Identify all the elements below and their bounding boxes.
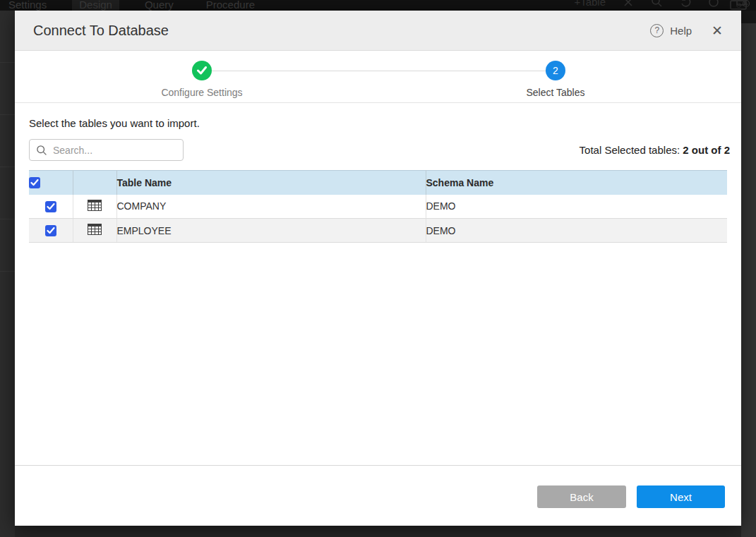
background-bottom-strip	[15, 526, 741, 537]
table-row[interactable]: COMPANY DEMO	[29, 195, 727, 219]
step-configure-settings-label: Configure Settings	[131, 87, 272, 98]
search-input-wrap	[29, 139, 184, 161]
next-button[interactable]: Next	[637, 485, 725, 508]
background-sidebar	[0, 11, 15, 537]
stepper: Configure Settings 2 Select Tables	[15, 51, 741, 103]
header-icon-cell	[73, 171, 116, 195]
screenshot-icon[interactable]	[730, 0, 747, 10]
row-icon-cell	[73, 219, 116, 243]
search-input[interactable]	[53, 145, 176, 156]
row-icon-cell	[73, 195, 116, 219]
connect-database-modal: Connect To Database ? Help ✕ Configure S…	[15, 11, 741, 526]
table-grid-icon	[88, 200, 102, 213]
background-toolbar-actions: +Table	[574, 0, 756, 8]
row-checkbox-cell	[29, 195, 73, 219]
close-icon[interactable]: ✕	[712, 24, 723, 37]
modal-footer: Back Next	[15, 465, 741, 526]
row-checkbox[interactable]	[45, 225, 56, 236]
help-label: Help	[670, 25, 692, 37]
tab-query[interactable]: Query	[138, 0, 181, 11]
header-schema-name: Schema Name	[426, 171, 727, 195]
table-name-cell: COMPANY	[116, 195, 426, 219]
header-table-name: Table Name	[116, 171, 426, 195]
modal-title: Connect To Database	[33, 23, 169, 39]
select-all-checkbox[interactable]	[29, 177, 40, 188]
tab-design[interactable]: Design	[72, 0, 119, 11]
selection-summary: Total Selected tables: 2 out of 2	[580, 139, 730, 161]
step-number-badge: 2	[546, 61, 565, 80]
back-button[interactable]: Back	[537, 485, 626, 508]
background-tabs: Settings Design Query Procedure	[0, 0, 262, 11]
modal-header: Connect To Database ? Help ✕	[15, 11, 741, 51]
selection-summary-prefix: Total Selected tables:	[580, 144, 680, 156]
tab-settings[interactable]: Settings	[1, 0, 54, 11]
help-question-icon: ?	[650, 24, 664, 37]
header-checkbox-cell	[29, 171, 73, 195]
schema-name-cell: DEMO	[426, 219, 727, 243]
search-icon[interactable]	[651, 0, 663, 8]
table-header-row: Table Name Schema Name	[29, 171, 727, 195]
table-grid-icon	[88, 224, 102, 237]
selection-summary-value: 2 out of 2	[683, 144, 730, 156]
step-complete-check-icon	[192, 61, 212, 80]
row-checkbox-cell	[29, 219, 73, 243]
tab-procedure[interactable]: Procedure	[199, 0, 262, 11]
close-diagram-icon[interactable]	[623, 0, 634, 8]
table-name-cell: EMPLOYEE	[116, 219, 426, 243]
step-configure-settings: Configure Settings	[131, 61, 272, 98]
search-icon	[36, 145, 47, 156]
help-button[interactable]: ? Help	[650, 24, 692, 37]
modal-header-actions: ? Help ✕	[650, 24, 723, 37]
undo-icon[interactable]	[680, 0, 691, 8]
tables-list: Table Name Schema Name COMPANY DEMO	[29, 170, 727, 243]
refresh-icon[interactable]	[708, 0, 719, 8]
schema-name-cell: DEMO	[426, 195, 727, 219]
screen: Settings Design Query Procedure +Table	[0, 0, 756, 537]
step-select-tables: 2 Select Tables	[485, 61, 626, 98]
add-table-button[interactable]: +Table	[574, 0, 606, 8]
background-right-strip	[741, 11, 756, 537]
background-toolbar: Settings Design Query Procedure +Table	[0, 0, 756, 11]
table-row[interactable]: EMPLOYEE DEMO	[29, 219, 727, 243]
step-select-tables-label: Select Tables	[485, 87, 626, 98]
row-checkbox[interactable]	[45, 201, 56, 212]
instruction-text: Select the tables you want to import.	[29, 117, 200, 129]
